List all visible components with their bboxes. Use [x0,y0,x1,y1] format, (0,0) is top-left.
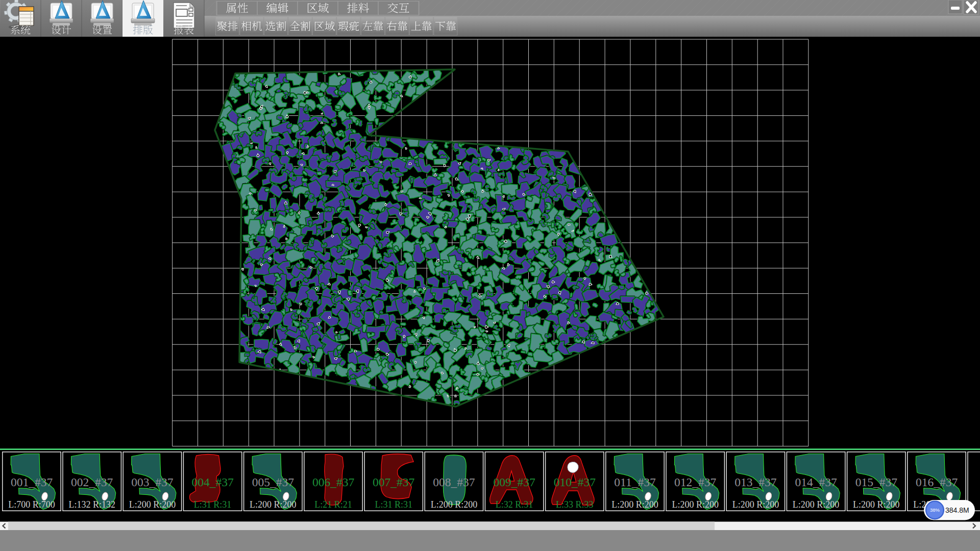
svg-text:L:200 R:200: L:200 R:200 [672,499,719,510]
svg-text:011_#37: 011_#37 [614,475,656,489]
svg-text:005_#37: 005_#37 [252,475,295,489]
svg-text:016_#37: 016_#37 [916,475,958,489]
svg-text:008_#37: 008_#37 [433,475,475,489]
svg-text:012_#37: 012_#37 [674,475,717,489]
svg-text:L:21 R:21: L:21 R:21 [314,499,352,510]
svg-text:001_#37: 001_#37 [11,475,53,489]
svg-text:L:31 R:31: L:31 R:31 [375,499,412,510]
svg-text:38%: 38% [930,507,940,513]
svg-text:L:200 R:200: L:200 R:200 [250,499,297,510]
svg-text:384.8M: 384.8M [945,506,969,514]
svg-text:014_#37: 014_#37 [795,475,837,489]
svg-text:002_#37: 002_#37 [71,475,113,489]
svg-text:004_#37: 004_#37 [191,475,234,489]
svg-text:L:700 R:700: L:700 R:700 [8,499,55,510]
svg-text:010_#37: 010_#37 [554,475,596,489]
svg-text:L:32 R:31: L:32 R:31 [496,499,533,510]
svg-text:006_#37: 006_#37 [312,475,355,489]
svg-text:L:132 R:132: L:132 R:132 [68,499,115,510]
svg-text:L:200 R:200: L:200 R:200 [732,499,779,510]
svg-text:L:200 R:200: L:200 R:200 [793,499,840,510]
svg-text:L:200 R:200: L:200 R:200 [431,499,478,510]
svg-text:L:200 R:200: L:200 R:200 [853,499,900,510]
svg-text:003_#37: 003_#37 [131,475,174,489]
svg-text:L:200 R:200: L:200 R:200 [129,499,176,510]
svg-text:009_#37: 009_#37 [493,475,535,489]
svg-text:L:33 R:33: L:33 R:33 [556,499,594,510]
svg-text:013_#37: 013_#37 [734,475,777,489]
svg-text:L:31 R:31: L:31 R:31 [194,499,232,510]
svg-text:007_#37: 007_#37 [373,475,415,489]
svg-text:L:200 R:200: L:200 R:200 [611,499,658,510]
svg-text:015_#37: 015_#37 [855,475,898,489]
